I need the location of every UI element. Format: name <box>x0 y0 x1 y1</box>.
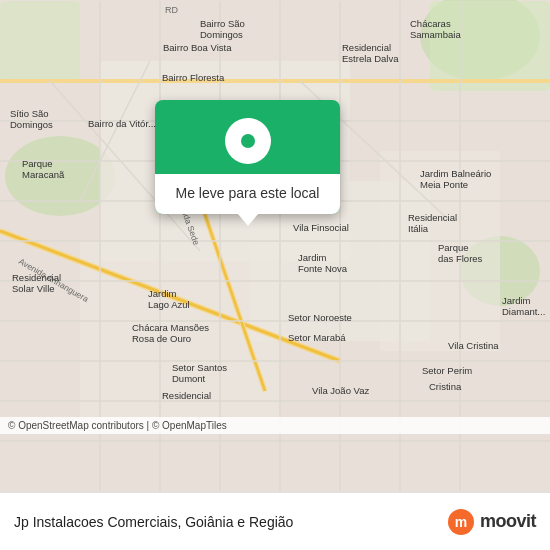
attribution-bar: © OpenStreetMap contributors | © OpenMap… <box>0 417 550 434</box>
svg-point-1 <box>5 136 115 216</box>
moovit-icon: m <box>447 508 475 536</box>
app: RD Avenida Anhanguera Avenida Sede Cháca… <box>0 0 550 550</box>
bottom-bar: Jp Instalacoes Comerciais, Goiânia e Reg… <box>0 492 550 550</box>
popup-icon-area <box>155 100 340 174</box>
svg-rect-8 <box>80 241 280 421</box>
pin-dot <box>241 134 255 148</box>
svg-text:RD: RD <box>165 5 178 15</box>
attribution-text: © OpenStreetMap contributors | © OpenMap… <box>8 420 227 431</box>
moovit-text: moovit <box>480 511 536 532</box>
svg-rect-4 <box>0 1 80 81</box>
popup-label[interactable]: Me leve para este local <box>155 174 340 214</box>
moovit-logo[interactable]: m moovit <box>447 508 536 536</box>
svg-text:m: m <box>455 514 467 530</box>
map-container[interactable]: RD Avenida Anhanguera Avenida Sede Cháca… <box>0 0 550 492</box>
bottom-title: Jp Instalacoes Comerciais, Goiânia e Reg… <box>14 514 293 530</box>
popup-card[interactable]: Me leve para este local <box>155 100 340 214</box>
location-pin-icon <box>225 118 271 164</box>
svg-rect-5 <box>430 1 550 91</box>
